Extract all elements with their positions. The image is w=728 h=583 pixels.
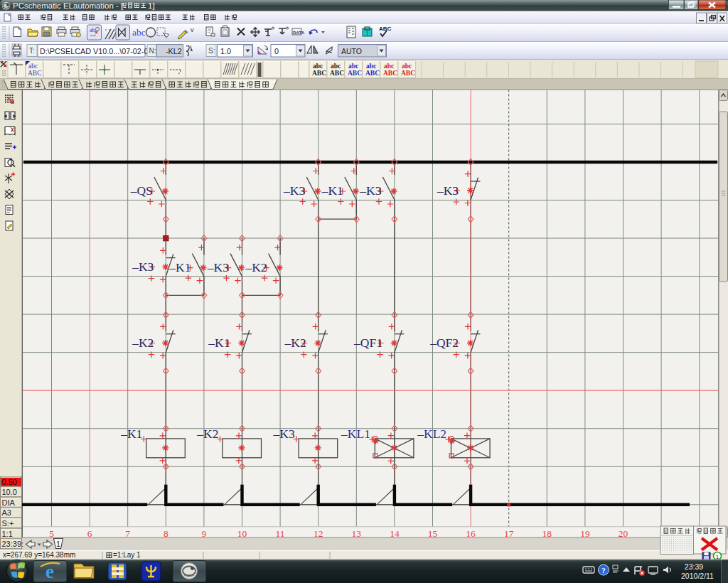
svg-text:–KL1: –KL1 [341,427,370,441]
svg-text:12: 12 [314,528,323,539]
svg-text:ABC: ABC [348,70,362,77]
svg-text:PCschematic ELautomation - [: PCschematic ELautomation - [ [13,1,124,10]
svg-text:1: 1 [56,540,60,548]
svg-text:–QF2: –QF2 [429,336,459,350]
svg-text:ABC: ABC [401,70,415,77]
svg-text:0.50: 0.50 [2,478,17,486]
svg-text:19: 19 [580,528,590,539]
svg-text:23:39: 23:39 [685,562,703,571]
svg-text:11: 11 [276,528,285,539]
svg-text:–K1: –K1 [208,336,230,350]
svg-text:S:: S: [208,47,215,55]
svg-text:23:39:: 23:39: [2,540,24,548]
svg-text:ABC: ABC [312,70,326,77]
svg-text:15: 15 [428,528,438,539]
svg-text:1: 1 [716,554,719,560]
svg-text:16: 16 [466,528,476,539]
svg-text:10.0: 10.0 [2,488,17,496]
svg-text:18: 18 [542,528,552,539]
svg-text:ABC: ABC [383,70,397,77]
svg-text:abc: abc [384,63,394,70]
svg-text:–K2: –K2 [196,427,218,441]
svg-text:–K1: –K1 [168,260,191,274]
svg-text:14: 14 [390,528,400,539]
svg-text:abc: abc [366,63,376,70]
svg-text:7: 7 [125,528,130,539]
svg-text:–K2: –K2 [132,336,154,350]
svg-text:–K1: –K1 [321,183,343,198]
svg-text:13: 13 [352,528,362,539]
svg-text:–QF1: –QF1 [353,336,382,350]
svg-text:D:\PCSELCAD V10.0...\07-02-0: D:\PCSELCAD V10.0...\07-02-0 [40,47,148,55]
svg-text:–K2: –K2 [245,260,267,274]
svg-text:1.0: 1.0 [220,47,231,55]
svg-text:abc: abc [402,63,412,70]
svg-text:abc: abc [313,63,323,70]
svg-text:x=267.69 y=164.38mm: x=267.69 y=164.38mm [3,551,75,559]
svg-text:ab: ab [90,27,95,33]
svg-text:5: 5 [49,528,54,539]
svg-text:–K1: –K1 [120,427,142,441]
svg-text:ABC: ABC [330,70,344,77]
svg-text:ABC: ABC [365,70,380,77]
svg-text:–K3: –K3 [359,183,381,198]
svg-text:–K2: –K2 [284,336,306,350]
svg-text:abc: abc [331,63,341,70]
svg-text:v: v [191,26,194,33]
svg-text:=1:Lay 1: =1:Lay 1 [113,551,141,559]
svg-text:17: 17 [504,528,514,539]
svg-text:–QS: –QS [130,183,153,198]
svg-text:T:: T: [29,47,35,55]
svg-text:–K3: –K3 [437,183,459,198]
svg-text:DATA: DATA [293,30,305,35]
svg-text:abc: abc [348,63,358,70]
svg-text:1:1: 1:1 [2,530,13,538]
svg-text:AUTO: AUTO [341,47,362,55]
svg-text:0: 0 [274,47,279,55]
svg-text:1]: 1] [148,1,155,10]
svg-text:–K3: –K3 [132,260,154,274]
svg-text:DIA: DIA [2,498,16,507]
svg-text:–K3: –K3 [207,260,229,274]
svg-text:2010/2/11: 2010/2/11 [681,572,714,580]
svg-text:–K3: –K3 [273,427,295,441]
svg-text:9: 9 [202,528,207,539]
svg-text:abc: abc [132,27,146,38]
svg-text:10: 10 [237,528,247,539]
svg-text:A3: A3 [2,508,11,517]
svg-text:ABC: ABC [28,70,42,77]
svg-text:8: 8 [164,528,168,539]
svg-text:6: 6 [87,528,92,539]
svg-text:?: ? [601,566,606,574]
svg-text:20: 20 [619,528,628,539]
svg-text:–KL2: –KL2 [417,427,446,441]
svg-text:–K3: –K3 [283,183,305,198]
svg-text:N:: N: [149,47,156,55]
svg-text:abc: abc [28,63,38,70]
svg-text:-KL2: -KL2 [166,47,182,55]
svg-text:ABC: ABC [379,26,392,32]
svg-text:S:+: S:+ [2,519,14,528]
